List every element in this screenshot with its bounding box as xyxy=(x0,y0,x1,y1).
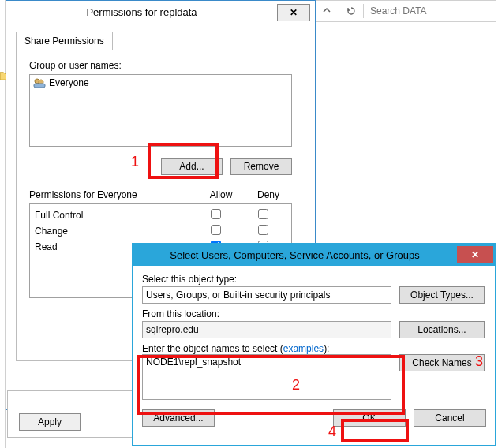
group-users-label: Group or user names: xyxy=(29,60,292,71)
deny-change[interactable] xyxy=(258,225,268,235)
object-types-button[interactable]: Object Types... xyxy=(399,286,485,304)
allow-full-control[interactable] xyxy=(211,209,221,219)
apply-button[interactable]: Apply xyxy=(19,413,81,431)
group-users-list[interactable]: Everyone xyxy=(29,74,292,147)
refresh-icon[interactable] xyxy=(341,1,361,21)
allow-column-header: Allow xyxy=(197,189,245,200)
select-users-dialog: Select Users, Computers, Service Account… xyxy=(132,243,496,446)
object-names-input[interactable] xyxy=(142,354,391,400)
deny-column-header: Deny xyxy=(245,189,292,200)
object-type-label: Select this object type: xyxy=(142,274,486,285)
svg-rect-2 xyxy=(34,84,45,88)
cancel-button[interactable]: Cancel xyxy=(414,409,486,427)
location-field[interactable]: sqlrepro.edu xyxy=(142,321,391,338)
object-names-label: Enter the object names to select (exampl… xyxy=(142,343,486,354)
secondary-panel: Apply xyxy=(7,390,133,438)
select-users-title: Select Users, Computers, Service Account… xyxy=(133,249,457,261)
deny-full-control[interactable] xyxy=(258,209,268,219)
list-item[interactable]: Everyone xyxy=(32,77,290,89)
remove-button[interactable]: Remove xyxy=(230,158,292,175)
list-item-label: Everyone xyxy=(49,77,89,88)
location-label: From this location: xyxy=(142,308,486,319)
label-text: ): xyxy=(324,343,329,354)
select-users-titlebar: Select Users, Computers, Service Account… xyxy=(133,244,496,266)
check-names-button[interactable]: Check Names xyxy=(399,354,485,371)
close-button[interactable]: ✕ xyxy=(457,246,493,263)
add-button[interactable]: Add... xyxy=(161,158,223,175)
separator xyxy=(339,4,339,18)
advanced-button[interactable]: Advanced... xyxy=(142,409,215,427)
perm-name: Full Control xyxy=(35,210,192,221)
locations-button[interactable]: Locations... xyxy=(399,321,485,338)
allow-change[interactable] xyxy=(211,225,221,235)
close-button[interactable]: ✕ xyxy=(277,4,310,21)
examples-link[interactable]: examples xyxy=(283,343,324,354)
explorer-toolbar xyxy=(316,0,496,22)
permissions-for-label: Permissions for Everyone xyxy=(29,189,197,200)
table-row: Full Control xyxy=(35,207,286,223)
close-icon: ✕ xyxy=(290,7,298,18)
tab-share-permissions[interactable]: Share Permissions xyxy=(16,32,113,50)
search-input[interactable] xyxy=(365,2,496,20)
close-icon: ✕ xyxy=(471,249,479,260)
object-type-field[interactable] xyxy=(142,286,391,304)
permissions-title: Permissions for repldata xyxy=(6,6,277,18)
group-icon xyxy=(33,77,46,88)
permissions-titlebar: Permissions for repldata ✕ xyxy=(6,1,315,24)
explorer-left-strip xyxy=(0,0,6,448)
table-row: Change xyxy=(35,223,286,239)
separator xyxy=(363,4,364,18)
label-text: Enter the object names to select ( xyxy=(142,343,283,354)
ok-button[interactable]: OK xyxy=(333,409,406,427)
location-value: sqlrepro.edu xyxy=(146,324,199,335)
go-up-icon[interactable] xyxy=(316,1,337,21)
perm-name: Change xyxy=(35,226,192,237)
